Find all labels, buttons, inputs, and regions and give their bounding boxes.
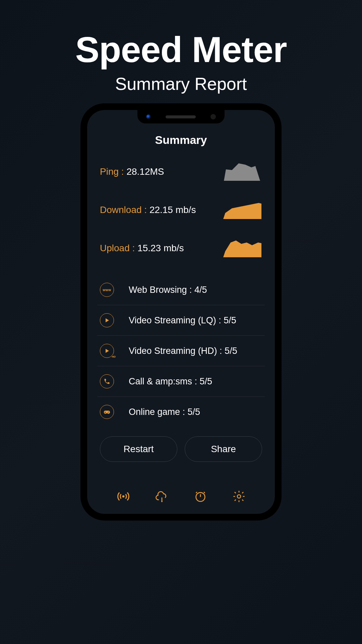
share-button[interactable]: Share xyxy=(185,436,262,462)
svg-point-5 xyxy=(122,495,124,498)
upload-sparkline-icon xyxy=(222,239,262,257)
metric-row-ping: Ping : 28.12MS xyxy=(97,163,265,181)
rating-video-hd-label: Video Streaming (HD) : 5/5 xyxy=(129,346,237,356)
svg-point-9 xyxy=(237,495,241,498)
front-camera-icon xyxy=(146,114,151,119)
screen-content: Summary Ping : 28.12MS Download : 22.15 … xyxy=(87,110,275,514)
rating-call-label: Call & amp:sms : 5/5 xyxy=(129,376,212,387)
metric-ping-value: 28.12MS xyxy=(126,166,164,177)
phone-screen: Summary Ping : 28.12MS Download : 22.15 … xyxy=(87,110,275,514)
metric-upload-value: 15.23 mb/s xyxy=(137,243,184,253)
play-hd-icon: HD xyxy=(100,344,114,358)
phone-notch xyxy=(137,110,225,123)
sensor-icon xyxy=(210,114,216,119)
rating-section: www Web Browsing : 4/5 Video Streaming (… xyxy=(97,275,265,427)
metric-row-upload: Upload : 15.23 mb/s xyxy=(97,239,265,257)
www-icon: www xyxy=(100,283,114,297)
rating-video-lq-label: Video Streaming (LQ) : 5/5 xyxy=(129,315,236,326)
metric-upload-label: Upload : xyxy=(100,243,137,253)
play-icon xyxy=(100,313,114,327)
hero-subtitle: Summary Report xyxy=(0,74,362,94)
rating-row-video-hd: HD Video Streaming (HD) : 5/5 xyxy=(97,336,265,366)
svg-marker-0 xyxy=(224,163,260,181)
svg-point-8 xyxy=(196,492,205,501)
metric-download-value: 22.15 mb/s xyxy=(149,205,196,215)
nav-timer-icon[interactable] xyxy=(193,489,208,504)
metric-upload-text: Upload : 15.23 mb/s xyxy=(100,243,184,254)
bottom-nav xyxy=(97,484,265,514)
hero-section: Speed Meter Summary Report xyxy=(0,0,362,94)
download-sparkline-icon xyxy=(222,201,262,219)
metric-ping-label: Ping : xyxy=(100,166,126,177)
svg-marker-2 xyxy=(223,240,261,257)
svg-marker-3 xyxy=(106,318,109,322)
ping-sparkline-icon xyxy=(222,163,262,181)
rating-row-web: www Web Browsing : 4/5 xyxy=(97,275,265,305)
nav-settings-icon[interactable] xyxy=(232,489,246,504)
nav-signal-icon[interactable] xyxy=(116,489,131,504)
metric-row-download: Download : 22.15 mb/s xyxy=(97,201,265,219)
speaker-grill xyxy=(166,115,196,118)
svg-point-7 xyxy=(161,501,163,502)
phone-icon xyxy=(100,374,114,388)
rating-web-label: Web Browsing : 4/5 xyxy=(129,285,207,295)
rating-row-call: Call & amp:sms : 5/5 xyxy=(97,366,265,397)
metric-download-label: Download : xyxy=(100,205,149,215)
summary-title: Summary xyxy=(97,133,265,147)
svg-marker-4 xyxy=(106,349,109,353)
hero-title: Speed Meter xyxy=(0,29,362,70)
rating-row-video-lq: Video Streaming (LQ) : 5/5 xyxy=(97,305,265,336)
metric-ping-text: Ping : 28.12MS xyxy=(100,166,164,177)
gamepad-icon xyxy=(100,405,114,419)
rating-game-label: Online game : 5/5 xyxy=(129,407,200,417)
rating-row-game: Online game : 5/5 xyxy=(97,397,265,427)
action-row: Restart Share xyxy=(97,436,265,462)
nav-cloud-icon[interactable] xyxy=(155,489,169,504)
restart-button[interactable]: Restart xyxy=(100,436,177,462)
phone-frame: Summary Ping : 28.12MS Download : 22.15 … xyxy=(81,104,281,520)
metric-download-text: Download : 22.15 mb/s xyxy=(100,205,196,215)
svg-marker-1 xyxy=(223,203,261,219)
